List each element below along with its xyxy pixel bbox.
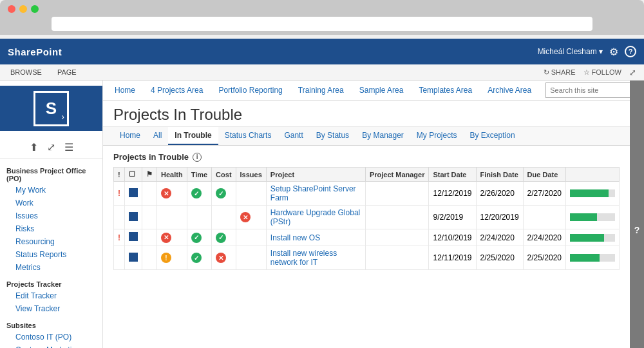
sharepoint-header: SharePoint Micheál Clesham ▾ ⚙ ? [0,39,644,64]
sidebar-item-resourcing[interactable]: Resourcing [0,235,102,248]
nav-home[interactable]: Home [113,81,137,100]
close-button[interactable] [8,5,15,13]
sidebar-item-mywork[interactable]: My Work [0,184,102,197]
tab-by-status[interactable]: By Status [310,127,355,145]
sidebar-item-view-tracker[interactable]: View Tracker [0,302,102,315]
tab-my-projects[interactable]: My Projects [410,127,464,145]
sidebar-section-subsites: Subsites [0,319,102,331]
row3-due: 2/24/2020 [523,229,565,246]
ribbon-tab-page[interactable]: PAGE [55,67,79,77]
row3-check[interactable] [125,229,142,246]
time-green-icon: ✓ [191,188,202,198]
follow-action[interactable]: ☆ FOLLOW [583,68,621,77]
sidebar-item-contoso-mktg[interactable]: Contoso Marketing (PO) [0,343,102,348]
row2-check[interactable] [125,206,142,229]
sharepoint-logo: SharePoint [8,46,62,57]
row1-excl: ! [114,182,125,206]
tab-all[interactable]: All [147,127,168,145]
row3-flag[interactable] [142,229,157,246]
progress-bar-4 [570,254,615,262]
row4-cost: ✕ [212,246,236,270]
info-icon[interactable]: i [193,153,202,162]
row2-progress [566,206,620,229]
tab-by-exception[interactable]: By Exception [464,127,522,145]
row2-time [187,206,211,229]
header-right: Micheál Clesham ▾ ⚙ ? [538,46,636,58]
col-progress [566,168,620,182]
cost-red-icon: ✕ [216,253,226,263]
row1-health: ✕ [157,182,187,206]
sidebar-item-issues[interactable]: Issues [0,209,102,222]
page-title: Projects In Trouble [113,106,620,124]
sidebar-item-status-reports[interactable]: Status Reports [0,248,102,261]
row3-health: ✕ [157,229,187,246]
time-green-icon-4: ✓ [191,253,202,263]
row3-progress [566,229,620,246]
section-title: Projects in Trouble i [113,152,620,162]
nav-templates-area[interactable]: Templates Area [417,81,473,100]
nav-projects-area[interactable]: 4 Projects Area [149,81,204,100]
tab-gantt[interactable]: Gantt [278,127,309,145]
logo-arrow: › [61,111,64,122]
nav-training-area[interactable]: Training Area [297,81,345,100]
row1-issues [236,182,266,206]
col-flag: ⚑ [142,168,157,182]
focus-action[interactable]: ⤢ [629,68,636,77]
minimize-button[interactable] [19,5,27,13]
row2-finish: 12/20/2019 [476,206,523,229]
sidebar-item-work[interactable]: Work [0,197,102,209]
follow-label: FOLLOW [592,68,621,76]
tab-home[interactable]: Home [113,127,147,145]
list-icon[interactable]: ☰ [64,141,73,153]
settings-icon[interactable]: ⚙ [609,46,618,58]
main-layout: S › ⬆ ⤢ ☰ Business Project Office (PO) M… [0,81,644,348]
nav-archive-area[interactable]: Archive Area [486,81,533,100]
sidebar-item-edit-tracker[interactable]: Edit Tracker [0,289,102,302]
share-icon: ↻ [544,68,549,77]
col-health: Health [157,168,187,182]
time-green-icon-3: ✓ [191,233,202,243]
tab-by-manager[interactable]: By Manager [355,127,410,145]
tab-status-charts[interactable]: Status Charts [218,127,278,145]
address-bar[interactable] [52,17,592,31]
search-input[interactable] [546,86,630,94]
nav-portfolio-reporting[interactable]: Portfolio Reporting [217,81,283,100]
help-icon[interactable]: ? [625,46,636,57]
help-question-mark: ? [634,225,640,235]
sidebar-item-contoso-it[interactable]: Contoso IT (PO) [0,331,102,343]
project-link-4[interactable]: Install new wireless network for IT [270,249,337,267]
tab-in-trouble[interactable]: In Trouble [168,127,218,145]
row4-flag[interactable] [142,246,157,270]
project-link-2[interactable]: Hardware Upgrade Global (PStr) [270,208,360,226]
ribbon-tab-browse[interactable]: BROWSE [8,67,44,77]
sidebar-section-tracker: Projects Tracker [0,278,102,289]
row4-check[interactable] [125,246,142,270]
user-name[interactable]: Micheál Clesham ▾ [538,47,603,56]
sidebar-item-metrics[interactable]: Metrics [0,261,102,274]
col-due: Due Date [523,168,565,182]
share-action[interactable]: ↻ SHARE [544,68,576,77]
row4-progress [566,246,620,270]
row1-cost: ✓ [212,182,236,206]
table-section: Projects in Trouble i ! ☐ ⚑ Health Time … [103,146,630,276]
row1-check[interactable] [125,182,142,206]
help-panel[interactable]: ? [630,81,644,348]
move-icon[interactable]: ⤢ [47,141,55,153]
cost-green-icon: ✓ [216,188,226,198]
sub-nav: Home All In Trouble Status Charts Gantt … [103,127,630,146]
row1-flag[interactable] [142,182,157,206]
upload-icon[interactable]: ⬆ [30,141,38,153]
row4-issues [236,246,266,270]
project-link-1[interactable]: Setup SharePoint Server Farm [270,184,356,202]
col-excl: ! [114,168,125,182]
nav-sample-area[interactable]: Sample Area [358,81,405,100]
table-row: ! ✕ ✓ ✓ Install new OS 12/10/2019 2/24/2… [114,229,620,246]
project-link-3[interactable]: Install new OS [270,233,320,242]
maximize-button[interactable] [31,5,39,13]
sidebar-item-risks[interactable]: Risks [0,222,102,235]
sidebar-section-bpo: Business Project Office (PO) [0,164,102,184]
row2-flag[interactable] [142,206,157,229]
row3-start: 12/10/2019 [429,229,476,246]
row2-health [157,206,187,229]
row4-finish: 2/25/2020 [476,246,523,270]
